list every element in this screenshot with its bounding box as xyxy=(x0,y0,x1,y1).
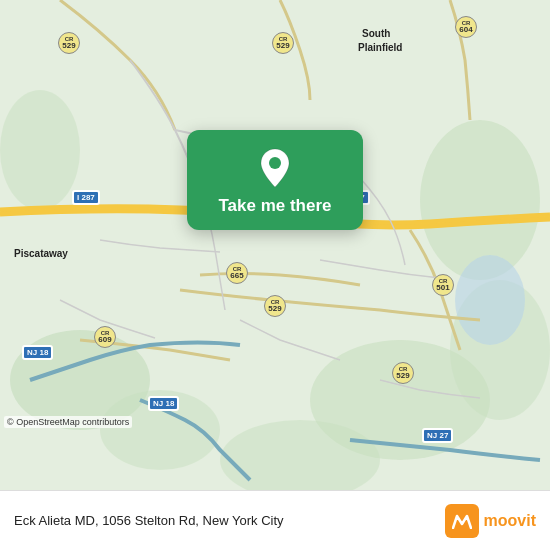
svg-point-9 xyxy=(269,157,281,169)
nj18-badge-left: NJ 18 xyxy=(22,345,53,360)
cr-529-badge-tc: CR 529 xyxy=(272,32,294,54)
location-text: Eck Alieta MD, 1056 Stelton Rd, New York… xyxy=(14,513,445,528)
piscataway-label: Piscataway xyxy=(14,248,68,259)
bottom-bar: Eck Alieta MD, 1056 Stelton Rd, New York… xyxy=(0,490,550,550)
nj18-badge-right: NJ 18 xyxy=(148,396,179,411)
svg-point-7 xyxy=(0,90,80,210)
moovit-logo: moovit xyxy=(445,504,536,538)
moovit-icon xyxy=(445,504,479,538)
cr-529-badge-br: CR 529 xyxy=(392,362,414,384)
cr-665-badge: CR 665 xyxy=(226,262,248,284)
take-me-there-label: Take me there xyxy=(218,196,331,216)
svg-point-8 xyxy=(455,255,525,345)
cr-501-badge: CR 501 xyxy=(432,274,454,296)
cr-529-badge-mc: CR 529 xyxy=(264,295,286,317)
osm-attribution: © OpenStreetMap contributors xyxy=(4,416,132,428)
i287-badge-left: I 287 xyxy=(72,190,100,205)
south-plainfield-label2: Plainfield xyxy=(358,42,402,53)
pin-icon xyxy=(255,148,295,188)
svg-point-3 xyxy=(420,120,540,280)
south-plainfield-label: South xyxy=(362,28,390,39)
cr-609-badge: CR 609 xyxy=(94,326,116,348)
nj27-badge: NJ 27 xyxy=(422,428,453,443)
map-container: CR 529 CR 529 CR 604 CR 529 CR 529 CR 66… xyxy=(0,0,550,490)
moovit-text: moovit xyxy=(484,512,536,530)
cr-604-badge: CR 604 xyxy=(455,16,477,38)
take-me-there-button[interactable]: Take me there xyxy=(187,130,363,230)
cr-529-badge-tl: CR 529 xyxy=(58,32,80,54)
